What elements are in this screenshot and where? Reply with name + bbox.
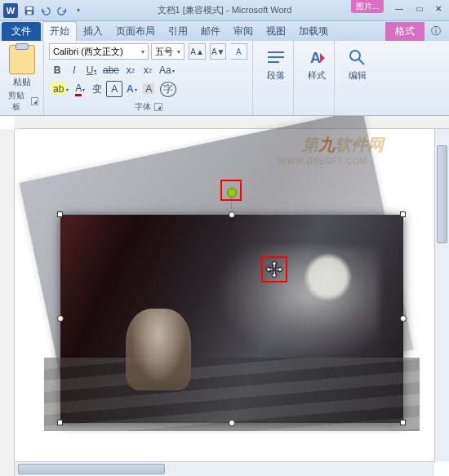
resize-handle-e[interactable] [400,315,407,322]
group-editing: 编辑 [335,41,376,115]
svg-line-8 [358,59,364,65]
phonetic-guide-button[interactable]: 变 [89,81,105,97]
resize-handle-se[interactable] [400,420,406,425]
titlebar: W ▾ 文档1 [兼容模式] - Microsoft Word 图片... — … [0,0,449,21]
char-shading-button[interactable]: A [140,81,157,97]
font-size-combo[interactable]: 五号▾ [151,43,185,60]
highlight-button[interactable]: ab▾ [49,81,71,97]
grow-font-button[interactable]: A▲ [189,43,206,60]
ribbon: 粘贴 剪贴板 Calibri (西文正文)▾ 五号▾ A▲ A▼ A B I U… [0,41,449,116]
char-border-button[interactable]: A [106,81,122,97]
resize-handle-nw[interactable] [57,211,63,217]
bold-button[interactable]: B [49,62,65,78]
clipboard-icon [9,45,35,74]
tab-file[interactable]: 文件 [2,22,41,41]
qat-customize-icon[interactable]: ▾ [71,3,86,18]
clipboard-dialog-launcher[interactable] [31,97,38,105]
resize-handle-n[interactable] [229,211,235,218]
subscript-button[interactable]: x2 [122,62,139,78]
svg-text:A: A [310,50,321,66]
superscript-button[interactable]: x2 [140,62,156,78]
annotation-rotation-box [220,180,242,201]
group-font: Calibri (西文正文)▾ 五号▾ A▲ A▼ A B I U▾ abe x… [44,41,253,115]
tab-view[interactable]: 视图 [260,22,292,41]
tab-references[interactable]: 引用 [162,22,194,41]
styles-button[interactable]: A 样式 [299,43,335,82]
svg-rect-5 [268,61,279,63]
vertical-scrollbar[interactable] [434,129,449,461]
font-name-combo[interactable]: Calibri (西文正文)▾ [49,43,149,60]
redo-icon[interactable] [55,3,69,18]
paragraph-button[interactable]: 段落 [258,43,294,82]
enclose-char-button[interactable]: 字 [158,81,179,97]
paste-label: 粘贴 [13,76,31,88]
document-area: 第九软件网 WWW.D9SOFT.COM [0,116,449,476]
scrollbar-thumb-v[interactable] [437,145,447,243]
tab-page-layout[interactable]: 页面布局 [109,22,162,41]
svg-rect-1 [27,7,33,10]
move-cursor-icon [265,260,283,278]
tab-review[interactable]: 审阅 [227,22,260,41]
clear-formatting-button[interactable]: A [230,43,247,60]
resize-handle-s[interactable] [229,420,235,426]
ribbon-tabs: 文件 开始 插入 页面布局 引用 邮件 审阅 视图 加载项 格式 ⓘ [0,21,449,41]
vertical-ruler[interactable] [0,129,15,476]
horizontal-ruler[interactable] [15,116,449,129]
svg-rect-2 [27,11,31,14]
font-dialog-launcher[interactable] [154,103,162,111]
tab-home[interactable]: 开始 [42,21,77,42]
maximize-button[interactable]: ▭ [410,2,428,15]
resize-handle-sw[interactable] [57,420,63,425]
shrink-font-button[interactable]: A▼ [210,43,227,60]
clipboard-group-label: 剪贴板 [5,90,28,113]
tab-mailings[interactable]: 邮件 [194,22,227,41]
help-icon[interactable]: ⓘ [428,22,444,41]
minimize-button[interactable]: — [390,2,408,15]
change-case-button[interactable]: Aa▾ [157,62,177,78]
undo-icon[interactable] [38,3,53,18]
tab-insert[interactable]: 插入 [77,22,109,41]
svg-rect-4 [268,56,284,58]
selected-image[interactable] [60,215,403,423]
scrollbar-thumb-h[interactable] [18,464,165,474]
window-title: 文档1 [兼容模式] - Microsoft Word [158,4,292,16]
font-group-label: 字体 [135,101,151,113]
svg-rect-3 [268,51,284,53]
italic-button[interactable]: I [66,62,82,78]
resize-handle-w[interactable] [57,315,64,322]
group-styles: A 样式 [294,41,335,115]
tab-format[interactable]: 格式 [385,22,425,41]
horizontal-scrollbar[interactable] [15,461,434,476]
text-effects-button[interactable]: A▾ [123,81,140,97]
editing-button[interactable]: 编辑 [340,43,376,82]
group-paragraph: 段落 [253,41,294,115]
resize-handle-ne[interactable] [400,211,406,217]
paste-button[interactable]: 粘贴 [5,43,38,88]
font-color-button[interactable]: A▾ [72,81,88,97]
picture-tools-badge: 图片... [351,0,384,13]
page-canvas[interactable]: 第九软件网 WWW.D9SOFT.COM [15,129,433,460]
group-clipboard: 粘贴 剪贴板 [0,41,44,115]
strikethrough-button[interactable]: abe [100,62,122,78]
close-button[interactable]: ✕ [429,2,447,15]
underline-button[interactable]: U▾ [83,62,100,78]
word-app-icon: W [3,3,18,18]
tab-addins[interactable]: 加载项 [292,22,335,41]
save-icon[interactable] [22,3,37,18]
